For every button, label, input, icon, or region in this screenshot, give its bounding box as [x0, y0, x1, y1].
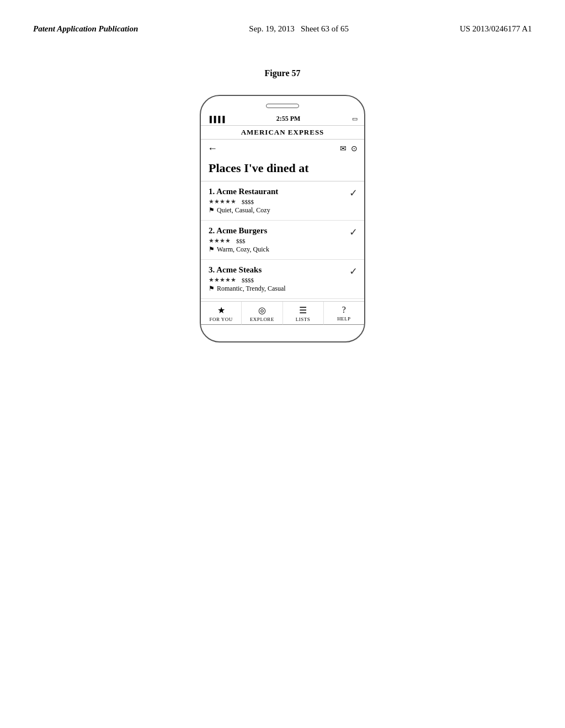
figure-label: Figure 57 — [0, 68, 565, 78]
app-name: AMERICAN EXPRESS — [241, 128, 324, 136]
lists-label: LISTS — [296, 317, 311, 322]
page-title: Places I've dined at — [201, 158, 364, 181]
tag-icon: ⚑ — [209, 245, 215, 254]
bottom-nav-lists[interactable]: ☰ LISTS — [283, 302, 324, 325]
phone-bottom-space — [201, 325, 364, 334]
restaurant-name: 3. Acme Steaks — [209, 265, 356, 275]
star-rating: ★★★★★ — [209, 198, 236, 205]
header-center: Sep. 19, 2013 Sheet 63 of 65 — [249, 22, 349, 35]
restaurant-name: 1. Acme Restaurant — [209, 187, 356, 196]
phone-speaker — [201, 104, 364, 108]
nav-bar[interactable]: ← ✉ ⊙ — [201, 140, 364, 158]
nav-icons: ✉ ⊙ — [340, 144, 358, 153]
battery-icon: ▭ — [352, 115, 358, 122]
status-bar: ▐▐▐▐ 2:55 PM ▭ — [201, 114, 364, 126]
phone-mockup: ▐▐▐▐ 2:55 PM ▭ AMERICAN EXPRESS ← ✉ ⊙ Pl… — [200, 95, 365, 342]
help-label: HELP — [337, 316, 351, 322]
bottom-nav-help[interactable]: ? HELP — [324, 302, 364, 325]
restaurant-meta: ★★★★ $$$ — [209, 237, 356, 244]
publication-date: Sep. 19, 2013 — [249, 24, 295, 33]
publication-label: Patent Application Publication — [33, 24, 138, 33]
tag-icon: ⚑ — [209, 206, 215, 215]
check-icon: ✓ — [349, 187, 358, 199]
restaurant-meta: ★★★★★ $$$$ — [209, 276, 356, 283]
for-you-icon: ★ — [217, 305, 225, 315]
restaurant-meta: ★★★★★ $$$$ — [209, 198, 356, 205]
back-button[interactable]: ← — [207, 143, 217, 154]
sheet-info: Sheet 63 of 65 — [301, 24, 349, 33]
header-left: Patent Application Publication — [33, 22, 138, 35]
mail-icon[interactable]: ✉ — [340, 144, 347, 153]
restaurant-tags: ⚑ Romantic, Trendy, Casual — [209, 285, 356, 293]
explore-label: EXPLORE — [250, 317, 274, 322]
check-icon: ✓ — [349, 226, 358, 238]
phone-container: ▐▐▐▐ 2:55 PM ▭ AMERICAN EXPRESS ← ✉ ⊙ Pl… — [0, 95, 565, 342]
restaurant-tags: ⚑ Quiet, Casual, Cozy — [209, 206, 356, 215]
bottom-nav-for-you[interactable]: ★ FOR YOU — [201, 302, 242, 325]
header-right: US 2013/0246177 A1 — [460, 22, 532, 35]
price-indicator: $$$$ — [242, 277, 254, 283]
restaurant-name: 2. Acme Burgers — [209, 226, 356, 235]
signal-icon: ▐▐▐▐ — [207, 116, 225, 122]
star-rating: ★★★★★ — [209, 276, 236, 283]
page-header: Patent Application Publication Sep. 19, … — [0, 0, 565, 35]
restaurant-item[interactable]: 3. Acme Steaks ★★★★★ $$$$ ⚑ Romantic, Tr… — [201, 260, 364, 299]
patent-number: US 2013/0246177 A1 — [460, 24, 532, 33]
lists-icon: ☰ — [299, 305, 307, 315]
restaurant-list: 1. Acme Restaurant ★★★★★ $$$$ ⚑ Quiet, C… — [201, 181, 364, 299]
location-icon[interactable]: ⊙ — [351, 144, 358, 153]
status-time: 2:55 PM — [276, 115, 301, 123]
bottom-nav-explore[interactable]: ◎ EXPLORE — [242, 302, 282, 325]
restaurant-item[interactable]: 1. Acme Restaurant ★★★★★ $$$$ ⚑ Quiet, C… — [201, 181, 364, 221]
check-icon: ✓ — [349, 265, 358, 277]
restaurant-item[interactable]: 2. Acme Burgers ★★★★ $$$ ⚑ Warm, Cozy, Q… — [201, 221, 364, 260]
help-icon: ? — [342, 305, 346, 315]
bottom-nav: ★ FOR YOU ◎ EXPLORE ☰ LISTS ? HELP — [201, 301, 364, 325]
app-header: AMERICAN EXPRESS — [201, 126, 364, 140]
explore-icon: ◎ — [258, 305, 266, 315]
speaker-bar — [266, 104, 299, 108]
price-indicator: $$$$ — [242, 199, 254, 205]
restaurant-tags: ⚑ Warm, Cozy, Quick — [209, 245, 356, 254]
tag-icon: ⚑ — [209, 285, 215, 293]
for-you-label: FOR YOU — [209, 317, 232, 322]
price-indicator: $$$ — [236, 238, 246, 244]
star-rating: ★★★★ — [209, 237, 231, 244]
